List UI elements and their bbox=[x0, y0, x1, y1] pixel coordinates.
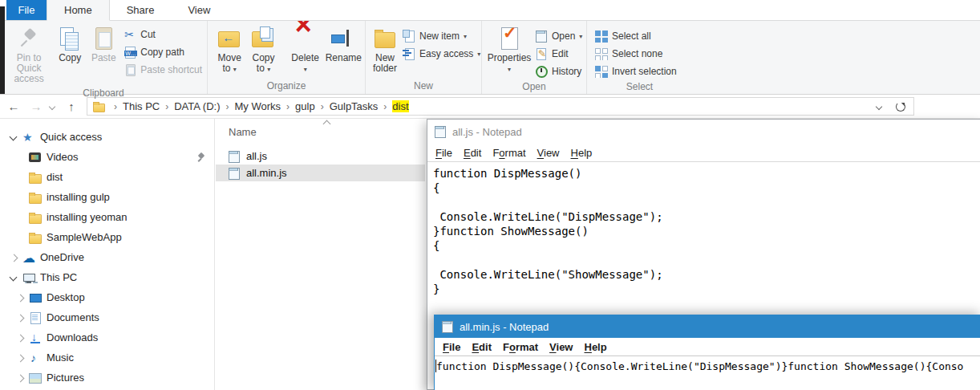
sidebar-item[interactable]: This PC bbox=[0, 267, 214, 287]
button-label: Cut bbox=[140, 29, 156, 40]
file-row[interactable]: all.min.js bbox=[216, 165, 425, 181]
videos-icon bbox=[29, 151, 42, 164]
breadcrumb-item[interactable]: My Works bbox=[235, 100, 281, 112]
sidebar-item[interactable]: Documents bbox=[0, 307, 214, 327]
notepad-app-icon bbox=[441, 320, 454, 333]
copy-button[interactable]: Copy bbox=[53, 23, 87, 66]
expand-chevron-icon[interactable] bbox=[16, 153, 24, 161]
expand-chevron-icon[interactable] bbox=[10, 254, 18, 262]
breadcrumb-item[interactable]: This PC bbox=[123, 100, 160, 112]
properties-button[interactable]: Properties ▾ bbox=[487, 23, 532, 77]
sidebar-item-label: installing gulp bbox=[47, 191, 110, 203]
menu-item[interactable]: View bbox=[532, 147, 565, 159]
breadcrumb-item[interactable]: GulpTasks bbox=[330, 100, 379, 112]
refresh-button[interactable] bbox=[896, 102, 907, 113]
tab-file[interactable]: File bbox=[6, 0, 47, 20]
music-icon bbox=[29, 351, 42, 364]
ribbon-tab-label: Home bbox=[64, 4, 92, 16]
expand-chevron-icon[interactable] bbox=[16, 173, 24, 181]
menu-item[interactable]: Edit bbox=[458, 147, 487, 159]
ribbon-tab[interactable]: Home bbox=[47, 0, 110, 21]
titlebar[interactable]: all.js - Notepad bbox=[427, 120, 980, 144]
dropdown-arrow-icon: ▾ bbox=[464, 33, 467, 40]
menu-item[interactable]: File bbox=[437, 341, 466, 353]
expand-chevron-icon[interactable] bbox=[16, 374, 24, 382]
pin-to-quick-access-button[interactable]: Pin to Quick access bbox=[5, 23, 53, 87]
expand-chevron-icon[interactable] bbox=[10, 133, 18, 141]
breadcrumb-item[interactable]: dist bbox=[392, 100, 408, 112]
menu-item[interactable]: Help bbox=[578, 341, 612, 353]
edit-button[interactable]: Edit bbox=[532, 45, 585, 63]
menu-item[interactable]: View bbox=[544, 341, 578, 353]
expand-chevron-icon[interactable] bbox=[16, 234, 24, 242]
menu-item[interactable]: Edit bbox=[466, 341, 497, 353]
copy-path-button[interactable]: Copy path bbox=[120, 43, 205, 61]
titlebar[interactable]: all.min.js - Notepad bbox=[435, 315, 980, 338]
menu-item[interactable]: File bbox=[430, 147, 458, 159]
copy-to-button[interactable]: Copy to ▾ bbox=[246, 23, 280, 77]
expand-chevron-icon[interactable] bbox=[16, 334, 24, 342]
copy-to-icon bbox=[250, 26, 276, 51]
sidebar-item[interactable]: OneDrive bbox=[0, 247, 214, 267]
select-none-button[interactable]: Select none bbox=[592, 45, 680, 63]
file-row[interactable]: all.js bbox=[216, 148, 425, 165]
sidebar-item[interactable]: Videos bbox=[0, 147, 214, 167]
window-title: all.min.js - Notepad bbox=[460, 321, 549, 333]
easy-access-button[interactable]: Easy access ▾ bbox=[399, 45, 484, 63]
ribbon-tab[interactable]: View bbox=[171, 0, 227, 20]
delete-button[interactable]: Delete ▾ bbox=[287, 23, 324, 77]
text-editor-content[interactable]: function DispMessage(){Console.WriteLine… bbox=[435, 356, 980, 376]
open-button[interactable]: Open ▾ bbox=[532, 27, 585, 45]
sidebar-item[interactable]: Downloads bbox=[0, 327, 214, 347]
expand-chevron-icon[interactable] bbox=[16, 213, 24, 221]
column-header-name[interactable]: Name bbox=[216, 119, 425, 140]
recent-locations-chevron[interactable] bbox=[47, 102, 58, 112]
address-dropdown-chevron[interactable] bbox=[877, 104, 881, 109]
move-to-button[interactable]: Move to ▾ bbox=[213, 23, 246, 77]
cut-button[interactable]: Cut bbox=[120, 26, 205, 43]
text-editor-content[interactable]: function DispMessage() { Console.WriteLi… bbox=[427, 162, 980, 300]
expand-chevron-icon[interactable] bbox=[16, 193, 24, 201]
expand-chevron-icon[interactable] bbox=[16, 354, 24, 362]
paste-button[interactable]: Paste bbox=[87, 23, 120, 66]
sidebar-item[interactable]: installing gulp bbox=[0, 187, 214, 207]
breadcrumb-item[interactable]: gulp bbox=[295, 100, 315, 112]
breadcrumb-item[interactable]: DATA (D:) bbox=[174, 100, 220, 112]
sidebar-item[interactable]: Quick access bbox=[0, 127, 214, 147]
button-label: Edit bbox=[552, 48, 569, 59]
sidebar-item[interactable]: dist bbox=[0, 167, 214, 187]
back-button[interactable]: ← bbox=[5, 97, 22, 115]
expand-chevron-icon[interactable] bbox=[16, 294, 24, 302]
invert-selection-button[interactable]: Invert selection bbox=[592, 63, 680, 80]
sidebar-item[interactable]: installing yeoman bbox=[0, 207, 214, 227]
menu-item[interactable]: Format bbox=[487, 147, 531, 159]
button-label: Properties bbox=[488, 53, 532, 63]
refresh-icon bbox=[896, 102, 905, 112]
ribbon-group-new: New folder New item ▾ Easy access ▾ bbox=[365, 21, 481, 94]
sidebar-item[interactable]: Pictures bbox=[0, 368, 214, 388]
menu-item[interactable]: Help bbox=[565, 147, 598, 159]
rename-button[interactable]: Rename bbox=[324, 23, 363, 66]
forward-button[interactable]: → bbox=[27, 97, 45, 115]
expand-chevron-icon[interactable] bbox=[16, 314, 24, 322]
new-item-button[interactable]: New item ▾ bbox=[399, 27, 484, 45]
ribbon-tab[interactable]: Share bbox=[110, 0, 172, 20]
ribbon-tab-label: View bbox=[188, 4, 210, 16]
sidebar-item[interactable]: Desktop bbox=[0, 287, 214, 307]
sidebar-item[interactable]: SampleWebApp bbox=[0, 227, 214, 247]
paste-shortcut-button[interactable]: Paste shortcut bbox=[120, 61, 205, 79]
notepad-file-icon bbox=[228, 150, 241, 163]
up-button[interactable]: ↑ bbox=[63, 97, 80, 115]
history-icon bbox=[535, 65, 548, 78]
sidebar-item-label: Downloads bbox=[47, 331, 98, 343]
expand-chevron-icon[interactable] bbox=[10, 274, 18, 282]
select-all-button[interactable]: Select all bbox=[592, 27, 680, 45]
ribbon-group-select: Select all Select none Invert selection … bbox=[586, 21, 692, 94]
history-button[interactable]: History bbox=[532, 63, 585, 80]
new-folder-button[interactable]: New folder bbox=[371, 23, 399, 76]
sort-ascending-icon[interactable] bbox=[322, 120, 332, 126]
sidebar-item[interactable]: Music bbox=[0, 347, 214, 368]
menu-item[interactable]: Format bbox=[497, 341, 544, 353]
address-input[interactable]: › This PC › DATA (D:) › My Works › gulp … bbox=[87, 97, 914, 116]
pin-icon bbox=[195, 152, 206, 163]
